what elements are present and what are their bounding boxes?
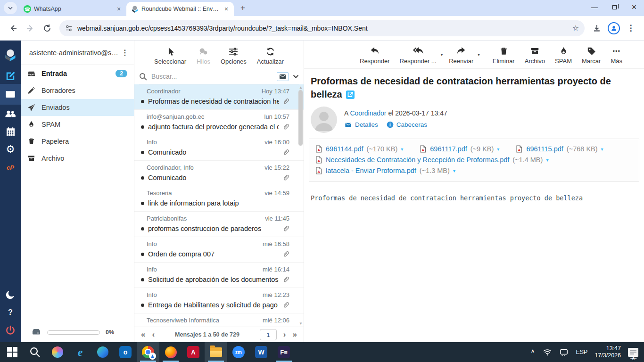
attachment-name[interactable]: 6961117.pdf <box>430 145 467 153</box>
scroll-down-icon[interactable]: ▼ <box>298 321 303 326</box>
start-button[interactable] <box>1 342 24 362</box>
tab-close-icon[interactable]: × <box>115 5 123 13</box>
tray-chevron-icon[interactable]: ＾ <box>529 348 536 356</box>
taskbar-acrobat-button[interactable]: A <box>182 342 205 362</box>
prev-page-button[interactable]: ‹ <box>152 330 155 339</box>
attachment-menu-caret-icon[interactable]: ▾ <box>546 157 548 163</box>
tab-close-icon[interactable]: × <box>223 5 230 13</box>
attachment-item[interactable]: 6961115.pdf (~768 KB) ▾ <box>515 145 603 153</box>
folder-spam[interactable]: SPAM <box>21 116 134 133</box>
attachment-menu-caret-icon[interactable]: ▾ <box>401 147 403 152</box>
tab-search-chevron-icon[interactable] <box>4 2 17 14</box>
message-row[interactable]: Infomié 16:58 Orden de compra 007 <box>134 237 304 263</box>
cpanel-icon[interactable]: cP <box>0 158 21 176</box>
select-button[interactable]: Seleccionar <box>154 47 186 65</box>
browser-menu-icon[interactable]: ⋮ <box>622 20 639 37</box>
taskbar-edge-button[interactable] <box>91 342 114 362</box>
scroll-up-icon[interactable]: ▲ <box>298 85 303 90</box>
logout-power-icon[interactable] <box>0 321 21 339</box>
folder-entrada[interactable]: Entrada 2 <box>21 65 134 82</box>
url-text[interactable]: webmail.sanjuan.gob.ec/cpsess1453769393/… <box>77 25 572 32</box>
folder-archivo[interactable]: Archivo <box>21 150 134 167</box>
taskbar-copilot-button[interactable] <box>46 342 69 362</box>
list-scrollbar[interactable]: ▲ ▼ <box>297 84 303 327</box>
delete-button[interactable]: Eliminar <box>493 47 515 65</box>
message-row[interactable]: Infovie 16:00 Comunicado <box>134 135 304 161</box>
attachment-name[interactable]: 6961115.pdf <box>526 145 563 153</box>
bookmark-star-icon[interactable]: ☆ <box>572 24 579 33</box>
taskbar-firefox-button[interactable] <box>159 342 182 362</box>
new-tab-button[interactable]: + <box>237 2 249 14</box>
taskbar-f-app-button[interactable]: F≡ <box>272 342 295 362</box>
message-row[interactable]: Tesoreriavie 14:59 link de informacion p… <box>134 186 304 212</box>
recipient-link[interactable]: Coordinador <box>350 109 386 117</box>
scrollbar-thumb[interactable] <box>298 90 303 146</box>
message-row[interactable]: Infomié 16:14 Solicitud de aprobación de… <box>134 263 304 288</box>
forward-button[interactable]: Reenviar <box>449 47 473 65</box>
reload-icon[interactable] <box>39 20 56 37</box>
options-button[interactable]: Opciones <box>221 47 247 65</box>
search-input[interactable] <box>151 73 272 80</box>
next-page-button[interactable]: › <box>283 330 286 339</box>
folder-papelera[interactable]: Papelera <box>21 133 134 150</box>
dark-mode-icon[interactable] <box>0 286 21 304</box>
forward-caret-icon[interactable]: ▾ <box>478 52 480 57</box>
attachment-name[interactable]: 6961144.pdf <box>326 145 363 153</box>
message-row[interactable]: CoordinadorHoy 13:47 Proformas de necesi… <box>134 84 304 110</box>
headers-toggle[interactable]: Cabeceras <box>387 121 427 128</box>
cast-icon[interactable] <box>559 348 569 356</box>
attachment-menu-caret-icon[interactable]: ▾ <box>453 168 455 173</box>
folder-enviados[interactable]: Enviados <box>21 99 134 116</box>
search-options-chevron-icon[interactable] <box>293 74 299 80</box>
threads-button[interactable]: Hilos <box>197 47 210 65</box>
attachment-item[interactable]: Necesidades de Contratación y Recepción … <box>315 156 548 164</box>
taskbar-chrome-button[interactable] <box>137 342 159 362</box>
mark-button[interactable]: Marcar <box>582 47 601 65</box>
settings-gear-icon[interactable]: ⚙ <box>0 140 21 158</box>
page-number-input[interactable] <box>260 329 277 340</box>
reply-button[interactable]: Responder <box>360 47 390 65</box>
details-toggle[interactable]: Detalles <box>344 121 378 128</box>
reply-all-caret-icon[interactable]: ▾ <box>441 52 443 57</box>
attachment-name[interactable]: latacela - Enviar Proforma.pdf <box>326 167 416 174</box>
more-button[interactable]: ••• Más <box>611 47 622 65</box>
spam-button[interactable]: SPAM <box>555 47 572 65</box>
window-minimize-button[interactable]: — <box>585 0 604 14</box>
last-page-button[interactable]: » <box>293 330 297 339</box>
refresh-button[interactable]: Actualizar <box>257 47 284 65</box>
message-row[interactable]: Tecnoserviweb Informáticamié 12:06 <box>134 313 304 327</box>
search-scope-icon[interactable] <box>277 72 289 81</box>
first-page-button[interactable]: « <box>141 330 145 339</box>
attachment-menu-caret-icon[interactable]: ▾ <box>497 147 499 152</box>
taskbar-search-button[interactable] <box>24 342 46 362</box>
tab-roundcube[interactable]: Roundcube Webmail :: Enviados × <box>126 2 234 16</box>
address-bar[interactable]: webmail.sanjuan.gob.ec/cpsess1453769393/… <box>59 20 585 36</box>
compose-icon[interactable] <box>0 66 21 84</box>
help-icon[interactable]: ? <box>0 304 21 321</box>
taskbar-word-button[interactable]: W <box>250 342 272 362</box>
taskbar-zoom-button[interactable]: zm <box>227 342 250 362</box>
calendar-icon[interactable] <box>0 123 21 140</box>
notification-center-icon[interactable]: 6 <box>628 348 638 357</box>
mail-icon[interactable] <box>0 84 21 105</box>
window-restore-button[interactable] <box>604 0 624 14</box>
reply-all-button[interactable]: Responder ... <box>400 47 437 65</box>
contacts-icon[interactable] <box>0 105 21 123</box>
back-icon[interactable] <box>5 20 22 37</box>
site-settings-icon[interactable] <box>65 25 73 32</box>
attachment-item[interactable]: 6961144.pdf (~170 KB) ▾ <box>315 145 403 153</box>
download-icon[interactable] <box>588 20 605 37</box>
message-row[interactable]: info@sanjuan.gob.eclun 10:57 adjunto fac… <box>134 110 304 135</box>
profile-icon[interactable] <box>605 20 622 37</box>
message-row[interactable]: Patriciabonifasvie 11:45 proformas const… <box>134 212 304 237</box>
clock[interactable]: 13:47 17/3/2026 <box>594 345 621 359</box>
archive-button[interactable]: Archivo <box>525 47 545 65</box>
message-row[interactable]: Coordinador, Infovie 15:22 Comunicado <box>134 161 304 186</box>
taskbar-outlook-button[interactable]: o <box>114 342 137 362</box>
forward-icon[interactable] <box>22 20 39 37</box>
taskbar-explorer-button[interactable] <box>205 342 227 362</box>
open-in-new-window-icon[interactable] <box>346 90 355 99</box>
window-close-button[interactable]: × <box>624 0 644 14</box>
message-row[interactable]: Infomié 12:23 Entrega de Habilitantes y … <box>134 288 304 313</box>
folder-borradores[interactable]: Borradores <box>21 82 134 99</box>
